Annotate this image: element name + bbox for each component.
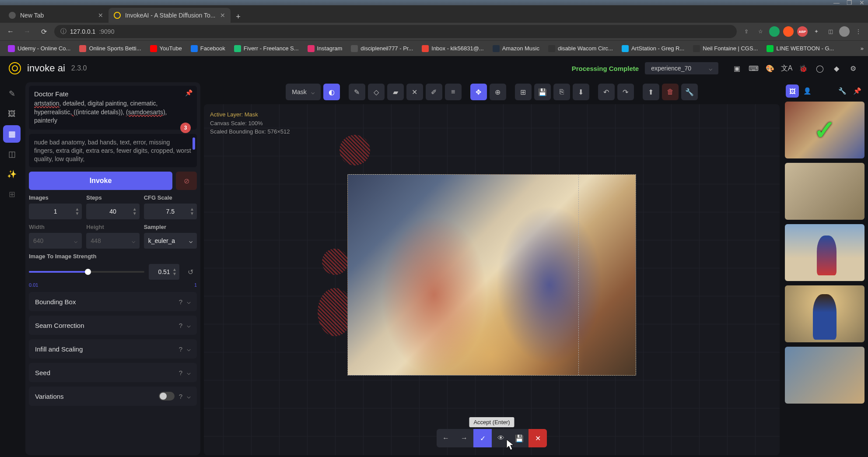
gallery-thumbnail[interactable] [785, 347, 864, 404]
rail-training-icon[interactable]: ⊞ [3, 186, 21, 203]
accordion-variations[interactable]: Variations?⌵ [29, 387, 197, 406]
layer-select[interactable]: Mask⌵ [286, 84, 320, 100]
i2i-slider[interactable] [29, 271, 144, 273]
eyedropper-icon[interactable]: ✐ [426, 84, 442, 100]
bookmark-item[interactable]: disable Wacom Circ... [545, 43, 616, 54]
model-select[interactable]: experience_70 ⌵ [645, 62, 718, 74]
pin-icon[interactable]: 📌 [185, 89, 192, 96]
language-icon[interactable]: 文A [780, 62, 793, 74]
images-input[interactable]: 1▲▼ [29, 204, 82, 219]
gallery-thumbnail[interactable]: ✓ [785, 102, 864, 158]
accordion-seam-correction[interactable]: Seam Correction?⌵ [29, 316, 197, 335]
ext-icon[interactable] [769, 26, 780, 37]
github-icon[interactable]: ◯ [814, 62, 826, 74]
rail-postprocess-icon[interactable]: ✨ [3, 165, 21, 183]
slider-thumb[interactable] [85, 269, 91, 275]
reset-icon[interactable]: ↺ [184, 265, 197, 278]
save-icon[interactable]: 💾 [534, 84, 551, 100]
accordion-seed[interactable]: Seed?⌵ [29, 363, 197, 382]
accordion-infill-scaling[interactable]: Infill and Scaling?⌵ [29, 339, 197, 359]
move-tool-icon[interactable]: ✥ [470, 84, 487, 100]
height-select[interactable]: 448⌵ [86, 233, 139, 249]
rail-img2img-icon[interactable]: 🖼 [3, 105, 21, 123]
gallery-uploads-tab-icon[interactable]: 👤 [801, 84, 814, 98]
stepper-icon[interactable]: ▲▼ [133, 207, 137, 216]
eraser-tool-icon[interactable]: ◇ [368, 84, 385, 100]
prompt-input[interactable]: 📌 Doctor Fate artstation, detailed, digi… [29, 86, 197, 130]
browser-tab[interactable]: New Tab ✕ [4, 8, 108, 23]
cancel-button[interactable]: ⊘ [176, 172, 197, 190]
stepper-icon[interactable]: ▲▼ [75, 207, 79, 216]
stepper-icon[interactable]: ▲▼ [190, 207, 194, 216]
download-icon[interactable]: ⬇ [573, 84, 589, 100]
variations-toggle[interactable] [159, 392, 175, 401]
share-icon[interactable]: ⇪ [741, 26, 752, 37]
lines-icon[interactable]: ≡ [445, 84, 462, 100]
stage-toggle-view-icon[interactable]: 👁 [492, 429, 510, 447]
i2i-value-input[interactable]: 0.51▲▼ [149, 264, 179, 280]
bookmark-item[interactable]: Amazon Music [489, 43, 543, 54]
negative-prompt-input[interactable]: nude bad anatomy, bad hands, text, error… [29, 134, 197, 168]
reset-view-icon[interactable]: ⊕ [490, 84, 506, 100]
stage-next-icon[interactable]: → [455, 429, 473, 447]
generated-image[interactable] [347, 174, 636, 376]
bookmark-item[interactable]: Online Sports Betti... [76, 43, 144, 54]
stage-save-icon[interactable]: 💾 [510, 429, 528, 447]
help-icon[interactable]: ? [179, 369, 182, 376]
stepper-icon[interactable]: ▲▼ [172, 267, 177, 276]
bookmark-item[interactable]: discipleneil777 - Pr... [347, 43, 416, 54]
copy-icon[interactable]: ⎘ [553, 84, 570, 100]
bookmarks-overflow-icon[interactable]: » [861, 45, 864, 52]
gallery-results-tab-icon[interactable]: 🖼 [786, 84, 799, 98]
nav-reload-icon[interactable]: ⟳ [38, 25, 50, 38]
help-icon[interactable]: ? [179, 345, 182, 353]
palette-icon[interactable]: 🎨 [764, 62, 776, 74]
bookmark-item[interactable]: Fiverr - Freelance S... [231, 43, 302, 54]
ext-icon[interactable] [783, 26, 794, 37]
tab-close-icon[interactable]: ✕ [220, 12, 225, 19]
bookmark-item[interactable]: ArtStation - Greg R... [618, 43, 688, 54]
help-icon[interactable]: ? [179, 322, 182, 329]
rail-txt2img-icon[interactable]: ✎ [3, 85, 21, 102]
stage-accept-button[interactable]: ✓ [473, 429, 492, 447]
window-max-icon[interactable]: ❐ [847, 0, 852, 6]
window-close-icon[interactable]: ✕ [859, 0, 864, 6]
sidepanel-icon[interactable]: ◫ [825, 26, 836, 37]
fill-tool-icon[interactable]: ▰ [387, 84, 404, 100]
tab-close-icon[interactable]: ✕ [98, 12, 103, 19]
stage-prev-icon[interactable]: ← [437, 429, 455, 447]
bookmark-item[interactable]: Inbox - klk56831@... [418, 43, 487, 54]
undo-icon[interactable]: ↶ [598, 84, 615, 100]
bookmark-star-icon[interactable]: ☆ [755, 26, 766, 37]
upload-icon[interactable]: ⬆ [643, 84, 659, 100]
merge-icon[interactable]: ⊞ [515, 84, 532, 100]
gallery-settings-icon[interactable]: 🔧 [836, 84, 849, 98]
ext-abp-icon[interactable]: ABP [797, 26, 808, 37]
gallery-pin-icon[interactable]: 📌 [850, 84, 864, 98]
redo-icon[interactable]: ↷ [617, 84, 634, 100]
invoke-button[interactable]: Invoke [29, 172, 172, 190]
extensions-icon[interactable]: ✦ [811, 26, 822, 37]
canvas-viewport[interactable]: Active Layer: Mask Canvas Scale: 100% Sc… [204, 104, 780, 455]
rail-canvas-icon[interactable]: ▦ [3, 125, 21, 143]
bug-icon[interactable]: 🐞 [797, 62, 809, 74]
delete-icon[interactable]: 🗑 [662, 84, 679, 100]
mask-toggle-icon[interactable]: ◐ [323, 84, 340, 100]
nav-back-icon[interactable]: ← [4, 25, 17, 38]
stage-discard-button[interactable]: ✕ [528, 429, 547, 447]
clear-mask-icon[interactable]: ✕ [406, 84, 423, 100]
bookmark-item[interactable]: Neil Fontaine | CGS... [690, 43, 761, 54]
nav-forward-icon[interactable]: → [21, 25, 33, 38]
gallery-thumbnail[interactable] [785, 285, 864, 342]
bookmark-item[interactable]: LINE WEBTOON - G... [763, 43, 837, 54]
bookmark-item[interactable]: Udemy - Online Co... [4, 43, 74, 54]
site-info-icon[interactable]: ⓘ [60, 28, 66, 35]
accordion-bounding-box[interactable]: Bounding Box?⌵ [29, 292, 197, 311]
bookmark-item[interactable]: Instagram [304, 43, 346, 54]
cfg-input[interactable]: 7.5▲▼ [144, 204, 197, 219]
discord-icon[interactable]: ◆ [830, 62, 843, 74]
steps-input[interactable]: 40▲▼ [86, 204, 139, 219]
sampler-select[interactable]: k_euler_a⌵ [144, 233, 197, 249]
menu-icon[interactable]: ⋮ [853, 26, 864, 37]
bookmark-item[interactable]: Facebook [187, 43, 229, 54]
